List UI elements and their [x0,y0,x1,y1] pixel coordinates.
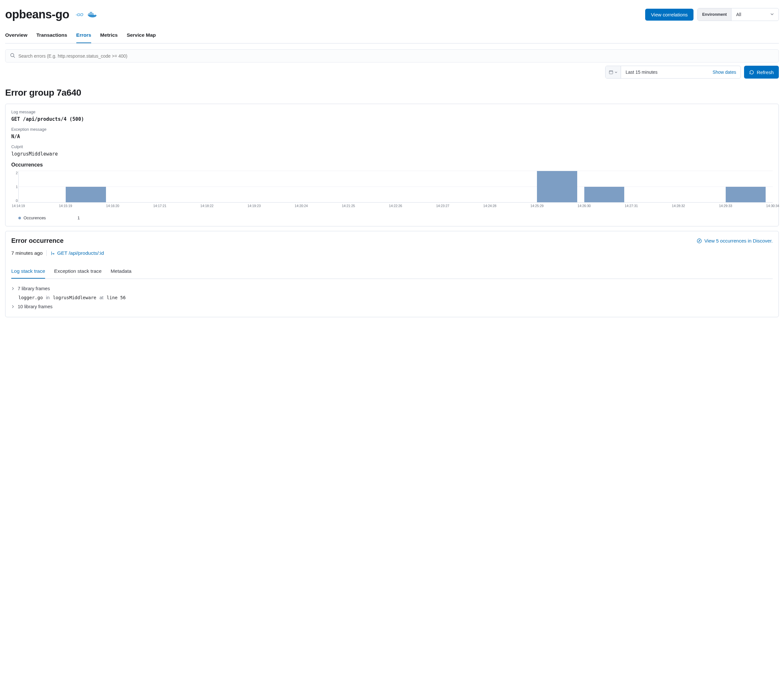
x-tick: 14:21:25 [342,204,355,208]
transaction-name: GET /api/products/:id [57,250,104,256]
environment-value[interactable]: All [732,8,779,21]
x-tick: 14:15:19 [59,204,72,208]
x-tick: 14:29:33 [719,204,732,208]
collapsed-frames-text: 7 library frames [18,286,50,291]
exception-message-value: N/A [11,134,773,139]
date-range-label[interactable]: Last 15 minutes [621,66,708,78]
x-tick: 14:23:27 [436,204,449,208]
occurrence-title: Error occurrence [11,237,64,245]
page-header: opbeans-go -GO View correlations Environ… [5,5,779,29]
stack-frames: 7 library frames logger.go in logrusMidd… [11,284,773,311]
refresh-icon [749,70,754,75]
frame-at-word: at [100,295,103,300]
log-message-value: GET /api/products/4 (500) [11,116,773,122]
occurrence-timestamp: 7 minutes ago [11,250,42,256]
x-tick: 14:26:30 [578,204,591,208]
transaction-link[interactable]: GET /api/products/:id [51,250,104,256]
collapsed-frames-row[interactable]: 10 library frames [11,302,773,311]
merge-icon [51,251,55,255]
x-tick: 14:25:29 [531,204,544,208]
culprit-label: Culprit [11,145,773,149]
error-occurrence-panel: Error occurrence View 5 occurrences in D… [5,231,779,317]
toolbar-row: Last 15 minutes Show dates Refresh [5,66,779,78]
subtab-exception-stack-trace[interactable]: Exception stack trace [54,265,101,279]
tab-service-map[interactable]: Service Map [127,29,155,43]
x-tick: 14:17:21 [154,204,167,208]
chevron-down-icon [770,12,774,17]
x-tick: 14:24:28 [483,204,497,208]
header-left: opbeans-go -GO [5,8,96,21]
chart-bar [726,187,766,203]
environment-value-text: All [736,12,741,17]
culprit-value: logrusMiddleware [11,151,773,157]
collapsed-frames-text: 10 library frames [18,304,52,309]
tab-metrics[interactable]: Metrics [100,29,118,43]
refresh-label: Refresh [756,70,774,75]
x-tick: 14:28:32 [672,204,685,208]
x-tick: 14:30:34 [766,204,779,208]
svg-point-6 [11,54,14,57]
collapsed-frames-row[interactable]: 7 library frames [11,284,773,293]
svg-rect-7 [609,71,613,74]
chart-bar [66,187,106,203]
header-right: View correlations Environment All [645,8,779,21]
error-group-heading: Error group 7a640 [5,88,779,98]
subtab-metadata[interactable]: Metadata [111,265,131,279]
frame-file: logger.go [18,295,43,300]
svg-rect-5 [91,12,92,13]
svg-rect-0 [88,13,90,14]
show-dates-link[interactable]: Show dates [708,66,740,78]
date-icon-button[interactable] [606,66,621,78]
search-bar[interactable] [5,49,779,62]
page-title: opbeans-go [5,8,69,21]
view-correlations-button[interactable]: View correlations [645,9,694,21]
tab-transactions[interactable]: Transactions [36,29,67,43]
search-input[interactable] [18,54,774,59]
occurrences-title: Occurrences [11,162,773,168]
discover-link-text: View 5 occurrences in Discover. [704,238,773,243]
occurrence-subtabs: Log stack traceException stack traceMeta… [11,265,773,279]
x-tick: 14:18:22 [200,204,214,208]
svg-rect-1 [90,13,91,14]
frame-in-word: in [46,295,50,300]
chart-y-axis: 210 [11,171,18,203]
error-summary-panel: Log message GET /api/products/4 (500) Ex… [5,104,779,226]
log-message-label: Log message [11,110,773,114]
x-tick: 14:27:31 [625,204,638,208]
main-tabs: OverviewTransactionsErrorsMetricsService… [5,29,779,44]
environment-label: Environment [698,8,732,21]
frame-detail-row: logger.go in logrusMiddleware at line 56 [11,293,773,302]
tab-errors[interactable]: Errors [76,29,91,43]
chart-plot-area [18,171,773,203]
legend-value: 1 [77,216,80,220]
occurrence-meta: 7 minutes ago GET /api/products/:id [11,250,773,256]
svg-rect-3 [92,13,93,14]
go-language-icon: -GO [76,12,83,17]
environment-select[interactable]: Environment All [697,8,779,21]
chart-bar [537,171,577,202]
occurrence-header: Error occurrence View 5 occurrences in D… [11,237,773,245]
refresh-button[interactable]: Refresh [744,66,779,78]
docker-icon [88,11,96,18]
title-icons: -GO [76,11,96,18]
chart-legend: Occurences 1 [18,216,773,220]
legend-label: Occurences [23,216,46,220]
svg-rect-2 [91,13,92,14]
exception-message-label: Exception message [11,127,773,132]
frame-line: line 56 [107,295,126,300]
chevron-right-icon [11,286,15,291]
x-tick: 14:16:20 [106,204,119,208]
tab-overview[interactable]: Overview [5,29,28,43]
legend-dot-icon [18,217,21,219]
divider [46,250,47,256]
svg-point-8 [697,238,701,243]
search-icon [10,53,15,59]
chevron-right-icon [11,304,15,309]
subtab-log-stack-trace[interactable]: Log stack trace [11,265,45,279]
discover-link[interactable]: View 5 occurrences in Discover. [697,238,773,243]
date-picker[interactable]: Last 15 minutes Show dates [605,66,741,78]
chart-bar [584,187,624,203]
x-tick: 14:14:19 [12,204,25,208]
compass-icon [697,238,702,243]
x-tick: 14:22:26 [389,204,402,208]
